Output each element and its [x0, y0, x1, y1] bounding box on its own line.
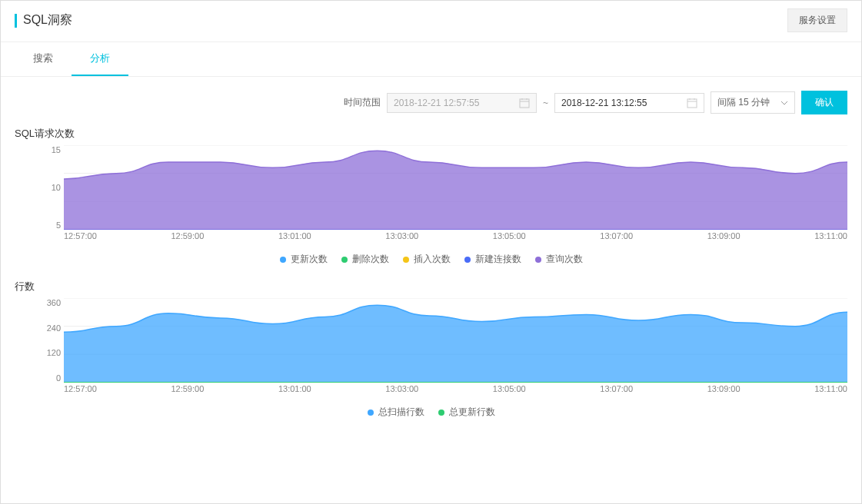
- chart1-title: SQL请求次数: [15, 127, 847, 141]
- legend-dot-icon: [403, 257, 409, 263]
- x-tick: 13:09:00: [707, 384, 741, 398]
- end-time-input[interactable]: 2018-12-21 13:12:55: [554, 93, 704, 113]
- x-tick: 13:01:00: [278, 231, 311, 245]
- x-tick: 13:03:00: [385, 384, 418, 398]
- range-separator: ~: [543, 98, 548, 108]
- page-title: SQL洞察: [23, 12, 72, 28]
- x-tick: 13:03:00: [385, 231, 418, 245]
- calendar-icon: [519, 98, 530, 108]
- calendar-icon: [687, 98, 697, 108]
- svg-rect-4: [687, 99, 697, 108]
- legend-label: 总扫描行数: [378, 406, 424, 419]
- legend-label: 新建连接数: [475, 253, 521, 266]
- start-time-value: 2018-12-21 12:57:55: [394, 98, 479, 108]
- x-tick: 13:11:00: [814, 231, 847, 245]
- chart2-plot: [64, 298, 847, 383]
- chart1-y-ticks: 15105: [15, 145, 61, 230]
- end-time-value: 2018-12-21 13:12:55: [561, 98, 647, 108]
- legend-dot-icon: [535, 257, 541, 263]
- x-tick: 12:59:00: [171, 231, 204, 245]
- x-tick: 13:07:00: [600, 384, 633, 398]
- x-tick: 13:01:00: [278, 384, 311, 398]
- service-settings-button[interactable]: 服务设置: [787, 8, 847, 32]
- x-tick: 13:09:00: [707, 231, 741, 245]
- svg-rect-0: [520, 99, 529, 108]
- y-tick: 240: [15, 323, 61, 333]
- legend-dot-icon: [280, 257, 286, 263]
- legend-label: 更新次数: [291, 253, 328, 266]
- chart2-legend: 总扫描行数总更新行数: [15, 398, 847, 423]
- chart2-title: 行数: [15, 280, 847, 293]
- confirm-button[interactable]: 确认: [801, 91, 847, 114]
- legend-item[interactable]: 总扫描行数: [368, 406, 424, 419]
- legend-dot-icon: [464, 257, 471, 263]
- interval-select[interactable]: 间隔 15 分钟: [711, 91, 795, 114]
- chart1-x-ticks: 12:57:0012:59:0013:01:0013:03:0013:05:00…: [64, 231, 847, 245]
- legend-item[interactable]: 新建连接数: [464, 253, 521, 266]
- x-tick: 12:57:00: [64, 384, 97, 398]
- legend-item[interactable]: 查询次数: [535, 253, 583, 266]
- time-range-label: 时间范围: [344, 96, 381, 109]
- x-tick: 12:59:00: [171, 384, 204, 398]
- legend-dot-icon: [341, 257, 348, 263]
- chevron-down-icon: [780, 99, 788, 107]
- tabs: 搜索 分析: [1, 42, 861, 77]
- y-tick: 10: [15, 183, 61, 192]
- legend-label: 总更新行数: [449, 406, 495, 419]
- tab-analyze[interactable]: 分析: [72, 42, 128, 76]
- chart-rows: 行数 3602401200 12:57:0012:59:0013:01:0013…: [1, 274, 861, 426]
- legend-label: 插入次数: [414, 253, 451, 266]
- legend-item[interactable]: 更新次数: [280, 253, 328, 266]
- legend-item[interactable]: 插入次数: [403, 253, 451, 266]
- x-tick: 13:11:00: [814, 384, 847, 398]
- y-tick: 15: [15, 145, 61, 154]
- chart1-legend: 更新次数删除次数插入次数新建连接数查询次数: [15, 245, 847, 270]
- start-time-input[interactable]: 2018-12-21 12:57:55: [387, 93, 537, 113]
- x-tick: 13:07:00: [600, 231, 633, 245]
- legend-item[interactable]: 删除次数: [341, 253, 389, 266]
- x-tick: 12:57:00: [64, 231, 97, 245]
- legend-dot-icon: [368, 410, 374, 416]
- interval-value: 间隔 15 分钟: [717, 96, 770, 109]
- header: SQL洞察 服务设置: [1, 1, 861, 42]
- tab-search[interactable]: 搜索: [15, 42, 72, 76]
- legend-item[interactable]: 总更新行数: [438, 406, 495, 419]
- chart2-y-ticks: 3602401200: [15, 298, 61, 383]
- y-tick: 360: [15, 298, 61, 307]
- chart2-x-ticks: 12:57:0012:59:0013:01:0013:03:0013:05:00…: [64, 384, 847, 398]
- controls-row: 时间范围 2018-12-21 12:57:55 ~ 2018-12-21 13…: [1, 77, 861, 121]
- legend-label: 查询次数: [546, 253, 583, 266]
- x-tick: 13:05:00: [493, 231, 526, 245]
- y-tick: 0: [15, 373, 61, 383]
- chart-sql-requests: SQL请求次数 15105 12:57:0012:59:0013:01:0013…: [1, 121, 861, 274]
- title-accent: [15, 14, 17, 28]
- y-tick: 120: [15, 348, 61, 357]
- y-tick: 5: [15, 220, 61, 230]
- legend-dot-icon: [438, 410, 444, 416]
- chart1-plot: [64, 145, 847, 230]
- x-tick: 13:05:00: [493, 384, 526, 398]
- legend-label: 删除次数: [352, 253, 389, 266]
